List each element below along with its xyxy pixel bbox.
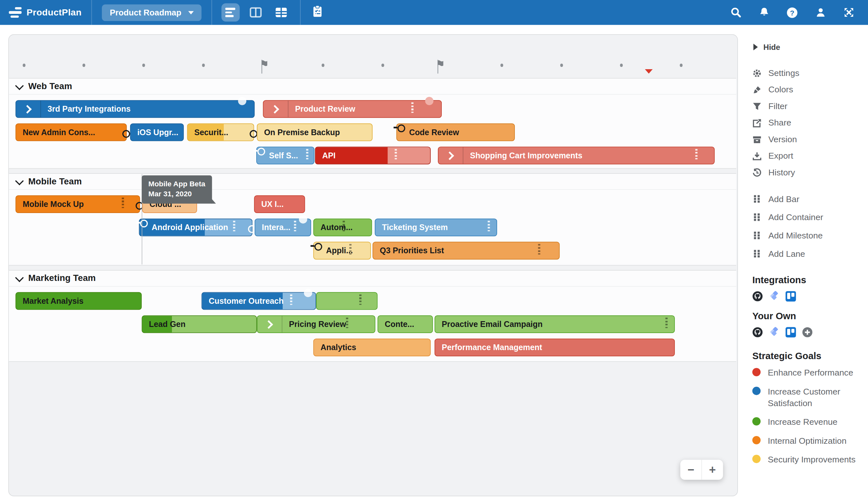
comment-bubble-icon[interactable] (238, 97, 246, 105)
dependency-link-icon[interactable] (122, 130, 130, 138)
jira-icon[interactable] (769, 327, 779, 337)
action-add-container[interactable]: Add Container (752, 208, 868, 226)
drag-grip-icon[interactable] (349, 244, 352, 254)
user-icon[interactable] (814, 7, 826, 19)
expand-container-button[interactable] (264, 101, 288, 117)
comment-bubble-icon[interactable] (425, 97, 433, 105)
bar-ux-i[interactable]: UX I... (254, 195, 305, 213)
drag-grip-icon[interactable] (359, 294, 362, 305)
drag-grip-icon[interactable] (290, 294, 292, 305)
bar-product-review[interactable]: Product Review (263, 100, 442, 118)
dependency-link-icon[interactable] (397, 125, 405, 132)
plus-circle-icon[interactable] (802, 327, 813, 337)
bar-appli[interactable]: Appli... (313, 242, 371, 259)
drag-grip-icon[interactable] (487, 221, 490, 231)
menu-item-history[interactable]: History (752, 165, 868, 181)
bar-performance-management[interactable]: Performance Management (435, 338, 675, 356)
lane-header[interactable]: Marketing Team (9, 271, 736, 287)
expand-icon[interactable] (843, 7, 855, 19)
drag-grip-icon[interactable] (121, 198, 124, 208)
search-icon[interactable] (730, 7, 742, 19)
milestone-flag-icon[interactable] (260, 59, 269, 74)
notifications-bell-icon[interactable] (758, 7, 770, 19)
drag-grip-icon[interactable] (342, 221, 345, 231)
bar-ticketing-system[interactable]: Ticketing System (375, 219, 497, 236)
menu-item-share[interactable]: Share (752, 115, 868, 131)
lane-header[interactable]: Mobile Team (9, 174, 736, 190)
jira-icon[interactable] (769, 291, 779, 302)
bar-lead-gen[interactable]: Lead Gen (142, 315, 257, 333)
bar-market-analysis[interactable]: Market Analysis (16, 292, 142, 310)
bar-label: API (316, 151, 341, 160)
bar-analytics[interactable]: Analytics (313, 338, 431, 356)
bar-android-application[interactable]: Android Application (139, 219, 252, 236)
action-add-milestone[interactable]: Add Milestone (752, 226, 868, 244)
dependency-link-icon[interactable] (314, 243, 322, 251)
bar-autom[interactable]: Autom... (313, 219, 372, 236)
github-icon[interactable] (752, 327, 763, 337)
zoom-in-button[interactable]: + (702, 460, 723, 480)
dependency-link-icon[interactable] (140, 220, 148, 228)
milestone-flag-icon[interactable] (436, 59, 445, 74)
brand[interactable]: ProductPlan (0, 7, 91, 18)
bar-3rd-party-integrations[interactable]: 3rd Party Integrations (16, 100, 255, 118)
drag-grip-icon[interactable] (695, 149, 698, 160)
bar-api[interactable]: API (315, 147, 431, 165)
parking-lot-button[interactable] (311, 5, 323, 20)
bar-customer-outreach[interactable]: Customer Outreach (202, 292, 316, 310)
menu-item-export[interactable]: Export (752, 148, 868, 165)
chevron-down-icon[interactable] (15, 81, 24, 90)
bar-mobile-mock-up[interactable]: Mobile Mock Up (16, 195, 140, 213)
action-add-bar[interactable]: Add Bar (752, 190, 868, 208)
menu-item-version[interactable]: Version (752, 131, 868, 148)
table-view-button[interactable] (272, 3, 290, 22)
lane-header[interactable]: Web Team (9, 79, 736, 95)
bar-bar[interactable] (316, 292, 378, 310)
bar-on-premise-backup[interactable]: On Premise Backup (257, 123, 372, 141)
drag-grip-icon[interactable] (665, 317, 668, 328)
zoom-out-button[interactable]: − (680, 460, 702, 480)
chevron-down-icon[interactable] (15, 273, 24, 282)
drag-grip-icon[interactable] (538, 244, 540, 254)
expand-container-button[interactable] (438, 147, 463, 164)
bar-shopping-cart-improvements[interactable]: Shopping Cart Improvements (438, 147, 715, 165)
expand-container-button[interactable] (258, 316, 282, 333)
dependency-link-icon[interactable] (258, 148, 265, 155)
bar-conte[interactable]: Conte... (378, 315, 433, 333)
drag-grip-icon[interactable] (233, 221, 235, 231)
bar-intera[interactable]: Intera... (255, 219, 311, 236)
roadmap-selector-label: Product Roadmap (110, 8, 181, 17)
bar-label: Autom... (314, 223, 358, 232)
comment-bubble-icon[interactable] (304, 289, 312, 297)
bar-proactive-email-campaign[interactable]: Proactive Email Campaign (435, 315, 675, 333)
bar-ios-upgr[interactable]: iOS Upgr... (130, 123, 184, 141)
menu-item-settings[interactable]: Settings (752, 65, 868, 81)
bar-pricing-review[interactable]: Pricing Review (257, 315, 375, 333)
drag-grip-icon[interactable] (411, 102, 414, 113)
github-icon[interactable] (752, 291, 763, 302)
dependency-link-icon[interactable] (249, 130, 257, 138)
menu-item-colors[interactable]: Colors (752, 81, 868, 98)
help-icon[interactable]: ? (786, 7, 798, 19)
columns-view-button[interactable] (247, 3, 265, 22)
drag-grip-icon[interactable] (346, 317, 348, 328)
comment-bubble-icon[interactable] (299, 215, 307, 224)
paintbrush-icon (752, 85, 762, 94)
hide-sidebar-button[interactable]: Hide (753, 42, 868, 52)
roadmap-selector-dropdown[interactable]: Product Roadmap (102, 4, 201, 21)
drag-grip-icon[interactable] (293, 221, 296, 231)
trello-icon[interactable] (786, 291, 796, 302)
chevron-down-icon[interactable] (15, 176, 24, 185)
bar-q3-priorities-list[interactable]: Q3 Priorities List (372, 242, 560, 259)
bar-code-review[interactable]: Code Review (396, 123, 515, 141)
bar-self-s[interactable]: Self S... (256, 147, 314, 165)
drag-grip-icon[interactable] (394, 149, 397, 160)
trello-icon[interactable] (786, 327, 796, 337)
bar-new-admin-cons[interactable]: New Admin Cons... (16, 123, 127, 141)
menu-item-filter[interactable]: Filter (752, 98, 868, 115)
drag-grip-icon[interactable] (306, 149, 308, 160)
bar-securit[interactable]: Securit... (187, 123, 254, 141)
timeline-rows-view-button[interactable] (221, 3, 239, 22)
expand-container-button[interactable] (16, 101, 41, 117)
action-add-lane[interactable]: Add Lane (752, 244, 868, 263)
